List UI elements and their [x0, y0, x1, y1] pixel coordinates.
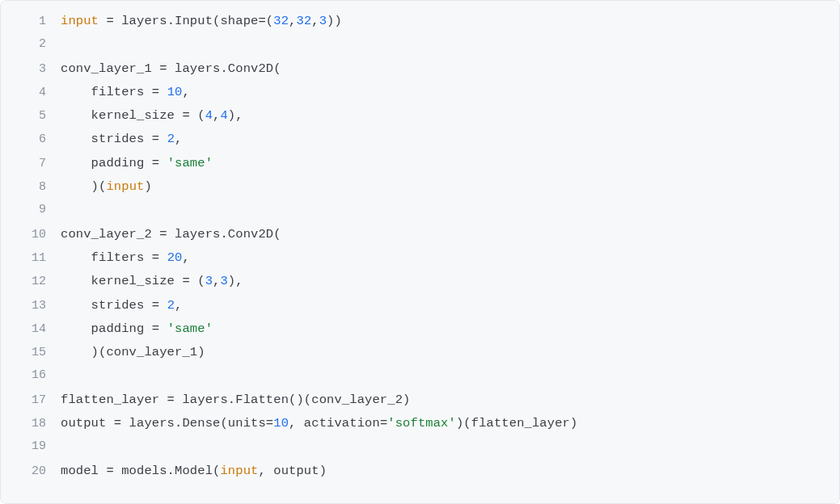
code-line: 17flatten_layer = layers.Flatten()(conv_…: [19, 393, 821, 416]
line-number: 18: [19, 417, 46, 430]
code-token: ): [144, 179, 151, 194]
code-token: padding =: [61, 321, 167, 336]
line-number: 15: [19, 346, 46, 359]
code-token: filters =: [61, 85, 167, 99]
code-token: )(: [61, 179, 106, 194]
code-content: conv_layer_2 = layers.Conv2D(: [61, 227, 281, 242]
code-line: 7 padding = 'same': [19, 156, 821, 179]
code-token: conv_layer_2 = layers.Conv2D(: [61, 227, 281, 242]
line-number: 8: [19, 180, 46, 194]
line-number: 17: [19, 393, 46, 407]
code-token: ),: [228, 108, 243, 123]
code-token: 32: [273, 14, 289, 28]
code-content: padding = 'same': [61, 321, 213, 336]
line-number: 14: [19, 322, 46, 336]
code-line: 15 )(conv_layer_1): [19, 345, 821, 368]
code-token: 4: [220, 108, 227, 123]
code-line: 12 kernel_size = (3,3),: [19, 274, 821, 297]
line-number: 1: [19, 15, 46, 28]
code-token: strides =: [61, 298, 167, 313]
code-token: input: [61, 14, 99, 28]
line-number: 4: [19, 86, 46, 99]
code-token: input: [220, 464, 258, 478]
code-token: )(conv_layer_1): [61, 345, 205, 359]
code-line: 9: [19, 203, 821, 226]
code-content: input = layers.Input(shape=(32,32,3)): [61, 14, 342, 28]
code-token: = layers.Input(shape=(: [99, 14, 273, 28]
line-number: 13: [19, 299, 46, 313]
code-token: model = models.Model(: [61, 464, 220, 478]
line-number: 2: [19, 37, 46, 51]
line-number: 19: [19, 439, 46, 453]
code-line: 20model = models.Model(input, output): [19, 464, 821, 487]
line-number: 9: [19, 203, 46, 216]
line-number: 12: [19, 275, 46, 288]
line-number: 3: [19, 62, 46, 76]
code-token: ,: [182, 85, 189, 99]
line-number: 5: [19, 109, 46, 123]
code-token: ,: [175, 132, 182, 146]
code-token: 10: [273, 416, 289, 430]
code-content: filters = 20,: [61, 250, 190, 265]
code-content: )(conv_layer_1): [61, 345, 205, 359]
line-number: 10: [19, 228, 46, 242]
code-token: 20: [167, 250, 183, 265]
code-token: , activation=: [289, 416, 387, 430]
code-token: strides =: [61, 132, 167, 146]
code-line: 18output = layers.Dense(units=10, activa…: [19, 416, 821, 439]
code-token: flatten_layer = layers.Flatten()(conv_la…: [61, 393, 410, 407]
code-token: 32: [296, 14, 311, 28]
code-content: filters = 10,: [61, 85, 190, 99]
code-token: input: [106, 179, 144, 194]
code-line: 1input = layers.Input(shape=(32,32,3)): [19, 14, 821, 37]
code-content: kernel_size = (3,3),: [61, 274, 243, 288]
code-block: 1input = layers.Input(shape=(32,32,3))23…: [0, 0, 840, 504]
code-token: )(flatten_layer): [456, 416, 577, 430]
code-token: )): [327, 14, 342, 28]
code-token: ,: [182, 250, 189, 265]
code-token: conv_layer_1 = layers.Conv2D(: [61, 61, 281, 76]
code-token: 3: [319, 14, 327, 28]
code-token: output = layers.Dense(units=: [61, 416, 273, 430]
code-token: 'same': [167, 321, 213, 336]
code-line: 16: [19, 368, 821, 392]
code-line: 6 strides = 2,: [19, 132, 821, 155]
code-line: 5 kernel_size = (4,4),: [19, 108, 821, 132]
code-token: padding =: [61, 156, 167, 170]
code-content: padding = 'same': [61, 156, 213, 170]
code-content: conv_layer_1 = layers.Conv2D(: [61, 61, 281, 76]
code-line: 14 padding = 'same': [19, 321, 821, 345]
line-number: 20: [19, 464, 46, 478]
code-content: flatten_layer = layers.Flatten()(conv_la…: [61, 393, 410, 407]
code-line: 10conv_layer_2 = layers.Conv2D(: [19, 227, 821, 250]
code-content: strides = 2,: [61, 132, 182, 146]
code-content: )(input): [61, 179, 152, 194]
line-number: 11: [19, 251, 46, 265]
code-token: 4: [205, 108, 213, 123]
code-token: 'same': [167, 156, 213, 170]
code-line: 3conv_layer_1 = layers.Conv2D(: [19, 61, 821, 85]
code-line: 11 filters = 20,: [19, 250, 821, 274]
code-content: model = models.Model(input, output): [61, 464, 327, 478]
line-number: 7: [19, 157, 46, 170]
code-token: ,: [311, 14, 319, 28]
code-token: ),: [228, 274, 243, 288]
code-line: 4 filters = 10,: [19, 85, 821, 108]
code-token: 3: [220, 274, 227, 288]
code-token: 3: [205, 274, 213, 288]
code-line: 2: [19, 37, 821, 61]
code-token: filters =: [61, 250, 167, 265]
code-token: ,: [175, 298, 182, 313]
code-token: kernel_size = (: [61, 108, 205, 123]
code-line: 8 )(input): [19, 179, 821, 203]
code-line: 13 strides = 2,: [19, 298, 821, 321]
code-content: output = layers.Dense(units=10, activati…: [61, 416, 577, 430]
code-token: 'softmax': [387, 416, 456, 430]
line-number: 16: [19, 368, 46, 382]
code-token: 10: [167, 85, 183, 99]
code-line: 19: [19, 439, 821, 463]
code-lines-container: 1input = layers.Input(shape=(32,32,3))23…: [19, 14, 821, 487]
code-token: 2: [167, 132, 175, 146]
code-token: kernel_size = (: [61, 274, 205, 288]
code-content: kernel_size = (4,4),: [61, 108, 243, 123]
